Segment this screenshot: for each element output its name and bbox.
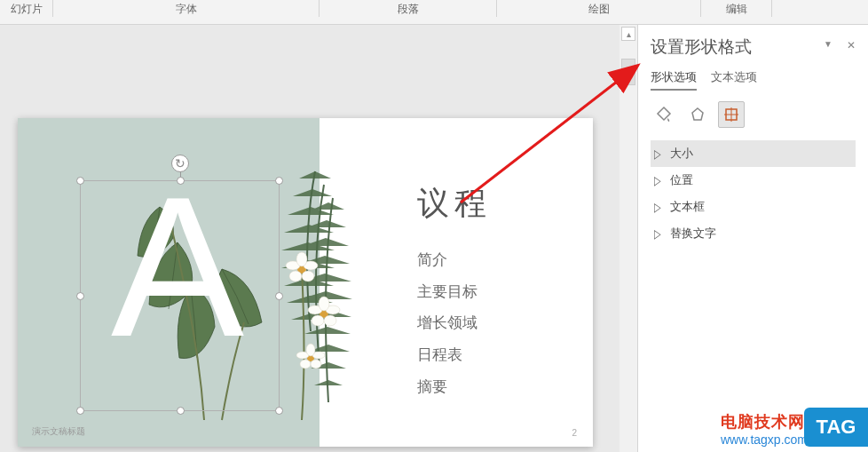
chevron-right-icon: ▷ bbox=[654, 147, 663, 160]
section-textbox[interactable]: ▷ 文本框 bbox=[651, 194, 856, 220]
resize-handle-e[interactable] bbox=[275, 292, 283, 300]
resize-handle-ne[interactable] bbox=[275, 177, 283, 185]
ribbon-group-slides: 幻灯片 bbox=[0, 2, 52, 17]
tab-shape-options[interactable]: 形状选项 bbox=[651, 69, 697, 91]
agenda-list: 简介 主要目标 增长领域 日程表 摘要 bbox=[417, 244, 477, 402]
slide-canvas[interactable]: A ↻ 议程 简介 主要目标 增长领域 日程表 摘要 bbox=[18, 118, 593, 447]
svg-point-11 bbox=[319, 297, 329, 311]
resize-handle-s[interactable] bbox=[177, 407, 185, 415]
section-alttext[interactable]: ▷ 替换文字 bbox=[651, 220, 856, 247]
slide-number: 2 bbox=[572, 428, 577, 438]
vertical-scrollbar[interactable]: ▴ bbox=[619, 25, 637, 452]
section-label: 文本框 bbox=[670, 199, 705, 215]
agenda-item: 主要目标 bbox=[417, 276, 477, 308]
ribbon-group-edit: 编辑 bbox=[701, 2, 771, 17]
section-label: 位置 bbox=[670, 172, 693, 188]
svg-marker-21 bbox=[692, 108, 703, 120]
chevron-right-icon: ▷ bbox=[654, 173, 663, 186]
resize-handle-n[interactable] bbox=[177, 177, 185, 185]
slide-footer: 演示文稿标题 bbox=[32, 425, 85, 438]
agenda-item: 简介 bbox=[417, 244, 477, 276]
ribbon-group-labels: 幻灯片 字体 段落 绘图 编辑 bbox=[0, 0, 868, 25]
scroll-up-button[interactable]: ▴ bbox=[621, 27, 635, 41]
chevron-right-icon: ▷ bbox=[654, 226, 663, 240]
ribbon-group-font: 字体 bbox=[53, 2, 319, 17]
ribbon-group-paragraph: 段落 bbox=[320, 2, 496, 17]
size-properties-icon[interactable] bbox=[718, 101, 745, 128]
ribbon-group-drawing: 绘图 bbox=[497, 2, 700, 17]
rotation-handle[interactable]: ↻ bbox=[171, 155, 189, 172]
slide-edit-area[interactable]: A ↻ 议程 简介 主要目标 增长领域 日程表 摘要 bbox=[0, 25, 619, 452]
scroll-thumb[interactable] bbox=[621, 59, 635, 85]
section-label: 大小 bbox=[670, 146, 693, 162]
agenda-title: 议程 bbox=[417, 182, 492, 226]
svg-point-10 bbox=[326, 305, 340, 314]
resize-handle-se[interactable] bbox=[275, 407, 283, 415]
agenda-item: 增长领域 bbox=[417, 307, 477, 339]
agenda-item: 摘要 bbox=[417, 371, 477, 403]
section-position[interactable]: ▷ 位置 bbox=[651, 167, 856, 194]
fill-line-icon[interactable] bbox=[651, 101, 677, 128]
tag-badge: TAG bbox=[804, 408, 868, 447]
format-shape-pane: 设置形状格式 ▼ ✕ 形状选项 文本选项 ▷ 大小 bbox=[637, 25, 868, 452]
effects-icon[interactable] bbox=[684, 101, 711, 128]
section-label: 替换文字 bbox=[670, 226, 716, 242]
agenda-item: 日程表 bbox=[417, 339, 477, 371]
pane-options-dropdown[interactable]: ▼ bbox=[824, 39, 832, 49]
chevron-right-icon: ▷ bbox=[654, 200, 663, 213]
resize-handle-w[interactable] bbox=[76, 292, 84, 300]
svg-point-8 bbox=[320, 309, 328, 318]
resize-handle-sw[interactable] bbox=[76, 407, 84, 415]
svg-point-13 bbox=[324, 315, 336, 326]
tab-text-options[interactable]: 文本选项 bbox=[711, 69, 757, 91]
resize-handle-nw[interactable] bbox=[76, 177, 84, 185]
section-size[interactable]: ▷ 大小 bbox=[651, 140, 856, 167]
pane-close-button[interactable]: ✕ bbox=[847, 39, 856, 52]
selected-text-box[interactable]: ↻ bbox=[80, 180, 280, 411]
